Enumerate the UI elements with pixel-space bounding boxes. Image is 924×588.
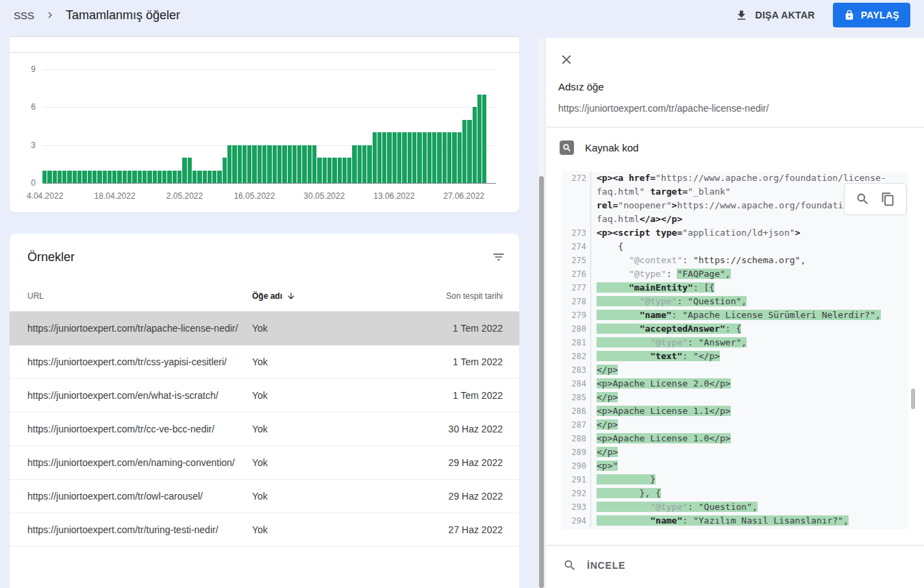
chart-bar[interactable]	[258, 145, 262, 183]
chart-bar[interactable]	[138, 171, 142, 183]
chart-bar[interactable]	[162, 171, 166, 183]
chart-bar[interactable]	[367, 145, 371, 183]
code-copy-button[interactable]	[881, 192, 895, 206]
chart-bar[interactable]	[412, 132, 416, 183]
chart-bar[interactable]	[317, 158, 321, 183]
chart-bar[interactable]	[188, 158, 192, 183]
chart-bar[interactable]	[312, 145, 316, 183]
chart-bar[interactable]	[177, 171, 182, 183]
chart-bar[interactable]	[473, 107, 477, 183]
chart-bar[interactable]	[117, 171, 121, 183]
chart-bar[interactable]	[192, 171, 197, 183]
table-row[interactable]: https://juniortoexpert.com/tr/apache-lic…	[10, 312, 519, 345]
chart-bar[interactable]	[267, 145, 271, 183]
code-search-button[interactable]	[856, 192, 870, 206]
chart-bar[interactable]	[77, 171, 82, 183]
chart-bar[interactable]	[227, 145, 232, 183]
chart-bar[interactable]	[352, 145, 356, 183]
chart-bar[interactable]	[262, 145, 266, 183]
chart-bar[interactable]	[323, 158, 327, 183]
chart-bar[interactable]	[458, 132, 462, 183]
chart-bar[interactable]	[402, 132, 406, 183]
chart-bar[interactable]	[182, 158, 186, 183]
chart-bar[interactable]	[238, 145, 242, 183]
chart-bar[interactable]	[462, 120, 466, 183]
chart-bar[interactable]	[288, 145, 292, 183]
column-header-url[interactable]: URL	[27, 291, 44, 301]
chart-bar[interactable]	[67, 171, 71, 183]
chart-bar[interactable]	[427, 132, 432, 183]
close-button[interactable]	[559, 52, 574, 67]
chart-bar[interactable]	[153, 171, 157, 183]
chart-bar[interactable]	[332, 158, 336, 183]
source-code-block[interactable]: 272<p><a href="https://www.apache.org/fo…	[562, 171, 908, 529]
chart-bar[interactable]	[387, 132, 391, 183]
code-scrollbar-thumb[interactable]	[911, 389, 915, 409]
chart-bar[interactable]	[247, 145, 251, 183]
table-row[interactable]: https://juniortoexpert.com/tr/owl-carous…	[10, 480, 519, 513]
chart-bar[interactable]	[158, 171, 162, 183]
chart-bar[interactable]	[362, 145, 366, 183]
chart-bar[interactable]	[132, 171, 136, 183]
chart-bar[interactable]	[408, 132, 412, 183]
chart-bar[interactable]	[173, 171, 177, 183]
chart-bar[interactable]	[112, 171, 116, 183]
chart-bar[interactable]	[437, 132, 441, 183]
filter-button[interactable]	[492, 250, 505, 267]
chart-bar[interactable]	[327, 158, 332, 183]
chart-bar[interactable]	[447, 132, 451, 183]
table-row[interactable]: https://juniortoexpert.com/en/naming-con…	[10, 446, 519, 480]
chart-bar[interactable]	[382, 132, 386, 183]
column-header-item[interactable]: Öğe adı	[252, 291, 296, 301]
chart-bar[interactable]	[147, 171, 151, 183]
chart-bar[interactable]	[452, 132, 456, 183]
chart-bar[interactable]	[282, 145, 286, 183]
chart-bar[interactable]	[342, 158, 347, 183]
main-scrollbar-thumb[interactable]	[539, 176, 544, 588]
export-button[interactable]: DIŞA AKTAR	[735, 9, 814, 22]
chart-bar[interactable]	[82, 171, 86, 183]
chart-bar[interactable]	[292, 145, 297, 183]
chart-bar[interactable]	[252, 145, 256, 183]
chart-bar[interactable]	[338, 158, 342, 183]
chart-bar[interactable]	[432, 132, 436, 183]
chart-bar[interactable]	[47, 171, 51, 183]
chart-bar[interactable]	[232, 145, 236, 183]
chart-bar[interactable]	[397, 132, 401, 183]
chart-bar[interactable]	[142, 171, 147, 183]
chart-bar[interactable]	[123, 171, 127, 183]
chart-bar[interactable]	[347, 158, 351, 183]
chart-bar[interactable]	[108, 171, 112, 183]
inspect-button[interactable]: İNCELE	[563, 559, 625, 572]
chart-bar[interactable]	[417, 132, 421, 183]
chart-bar[interactable]	[197, 171, 201, 183]
chart-bar[interactable]	[377, 132, 382, 183]
chart-bar[interactable]	[297, 145, 301, 183]
chart-bar[interactable]	[223, 158, 227, 183]
chart-bar[interactable]	[242, 145, 247, 183]
chart-bar[interactable]	[423, 132, 427, 183]
chart-bar[interactable]	[277, 145, 282, 183]
chart-bar[interactable]	[127, 171, 132, 183]
chart-bar[interactable]	[392, 132, 397, 183]
table-row[interactable]: https://juniortoexpert.com/en/what-is-sc…	[10, 379, 519, 413]
chart-bar[interactable]	[167, 171, 171, 183]
chart-bar[interactable]	[58, 171, 62, 183]
chart-bar[interactable]	[467, 120, 471, 183]
table-row[interactable]: https://juniortoexpert.com/tr/cc-ve-bcc-…	[10, 413, 519, 446]
chart-bar[interactable]	[302, 145, 306, 183]
chart-bar[interactable]	[442, 132, 447, 183]
chart-bar[interactable]	[97, 171, 101, 183]
chart-bar[interactable]	[88, 171, 92, 183]
table-row[interactable]: https://juniortoexpert.com/tr/css-yapisi…	[10, 345, 519, 379]
chart-bar[interactable]	[92, 171, 97, 183]
chart-bar[interactable]	[217, 171, 221, 183]
table-row[interactable]: https://juniortoexpert.com/tr/turing-tes…	[10, 513, 519, 547]
share-button[interactable]: PAYLAŞ	[833, 3, 910, 27]
chart-bar[interactable]	[203, 171, 207, 183]
chart-bar[interactable]	[358, 145, 362, 183]
chart-bar[interactable]	[373, 132, 377, 183]
breadcrumb-root[interactable]: SSS	[14, 10, 34, 21]
column-header-date[interactable]: Son tespit tarihi	[446, 291, 503, 301]
chart-bar[interactable]	[208, 171, 212, 183]
